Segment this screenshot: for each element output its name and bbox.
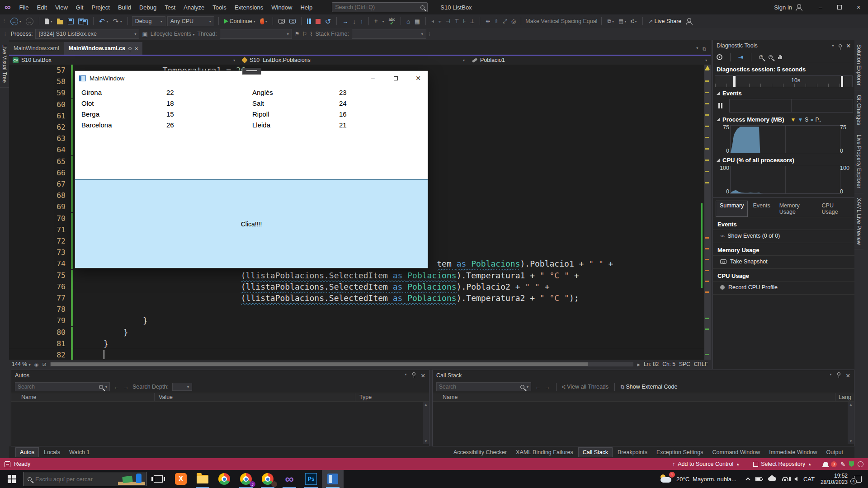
pause-events-icon[interactable] [718,103,722,108]
quick-search-field[interactable] [335,4,420,10]
undo-button[interactable]: ↶▾ [98,16,109,27]
zoom-in-icon[interactable] [759,55,763,59]
sidebar-tab-live-property-explorer[interactable]: Live Property Explorer [854,130,863,193]
app-maximize-button[interactable] [386,71,405,85]
save-all-button[interactable] [77,16,89,27]
health-indicator-icon[interactable] [849,461,854,467]
cpu-section-header[interactable]: CPU (% of all processors) [722,157,794,164]
vertical-spacing-icon[interactable]: ⇳ [493,16,500,27]
search-prev-icon[interactable]: ← [535,384,541,390]
list-item[interactable]: Girona22Anglès23 [75,87,428,98]
taskbar-photoshop-icon[interactable]: Ps [300,470,322,488]
menu-file[interactable]: File [15,0,33,14]
session-timeline[interactable]: 10s [715,75,853,87]
taskbar-xampp-icon[interactable]: X [170,470,192,488]
collapse-triangle-icon[interactable] [717,92,720,95]
stack-frame-dropdown[interactable]: ▾ [352,29,426,39]
flag-icon[interactable]: ⚑ [295,31,300,37]
diag-tab-events[interactable]: Events [749,201,774,217]
taskbar-search-input[interactable] [24,472,146,486]
tray-expand-icon[interactable] [745,478,750,482]
list-item[interactable]: Olot18Salt24 [75,98,428,109]
thread-dropdown[interactable]: ▾ [220,29,292,39]
hot-reload-button[interactable]: ▾ [259,16,269,27]
show-grid-button[interactable]: ▦ [413,16,421,27]
step-out-button[interactable]: ↑ [359,16,365,27]
search-depth-dropdown[interactable]: ▾ [172,383,192,391]
autos-scrollbar[interactable]: ▲▼ [423,402,429,444]
live-visual-tree-button[interactable]: ⌂ [405,16,411,27]
timeline-marker-end[interactable] [841,76,843,87]
notifications-bell-button[interactable]: 3 [823,461,837,467]
maximize-button[interactable] [830,0,849,14]
app-minimize-button[interactable]: – [363,71,382,85]
tab-mainwindow-xaml-cs[interactable]: MainWindow.xaml.cs× [64,42,143,55]
menu-debug[interactable]: Debug [135,0,160,14]
align-middles-button[interactable]: ⊦ [462,16,467,27]
pan-zoom-icon[interactable]: ◈ [34,361,38,368]
sync-status-icon[interactable] [858,461,863,467]
start-button[interactable] [0,470,24,488]
tab-call-stack[interactable]: Call Stack [578,447,613,457]
tab-xaml-binding-failures[interactable]: XAML Binding Failures [512,448,577,457]
close-icon[interactable]: ✕ [846,42,851,49]
continue-button[interactable]: Continue▾ [223,16,257,27]
menu-window[interactable]: Window [267,0,296,14]
float-dock-icon[interactable]: ⧉ [703,46,706,52]
break-all-button[interactable] [306,16,312,27]
app-window-mainwindow[interactable]: MainWindow – ✕ Girona22Anglès23 Olot18Sa… [75,70,428,268]
callstack-grid-body[interactable]: ▲▼ [433,402,854,444]
sidebar-tab-xaml-live-preview[interactable]: XAML Live Preview [854,193,863,250]
show-events-link[interactable]: »»Show Events (0 of 0) [713,230,854,243]
onedrive-icon[interactable] [768,477,776,481]
memory-section-header[interactable]: Process Memory (MB) [722,116,784,123]
keyboard-layout[interactable]: CAT [803,476,815,483]
sign-in-button[interactable]: Sign in [774,4,792,11]
redo-button[interactable]: ↷▾ [111,16,123,27]
clica-button[interactable]: Clica!!!! [75,179,428,268]
scroll-right-icon[interactable]: ▸ [637,361,640,368]
pin-icon[interactable] [837,372,840,375]
tab-watch-1[interactable]: Watch 1 [65,448,94,457]
wifi-icon[interactable] [782,477,788,481]
events-section-header[interactable]: Events [722,90,742,97]
list-item[interactable]: Berga15Ripoll16 [75,109,428,120]
tab-autos[interactable]: Autos [15,447,39,457]
select-repository-button[interactable]: Select Repository▲ [753,461,811,467]
close-button[interactable]: × [849,0,868,14]
view-all-threads-button[interactable]: ⑆ View all Threads [562,384,609,390]
search-highlight-art[interactable] [118,473,145,485]
breadcrumb-type-dropdown[interactable]: S10_ListBox.Poblacions▾ [239,56,468,65]
code-line-79[interactable]: 79 } [9,315,711,326]
sidebar-tab-live-visual-tree[interactable]: Live Visual Tree [0,40,9,88]
navigate-forward-button[interactable]: → [24,16,35,27]
search-next-icon[interactable]: → [544,384,550,390]
process-dropdown[interactable]: [3324] S10 ListBox.exe▾ [35,29,139,39]
menu-analyze[interactable]: Analyze [179,0,208,14]
autos-grid-body[interactable]: ▲▼ [11,402,429,444]
tab-list-dropdown-icon[interactable]: ▾ [696,46,698,52]
pin-icon[interactable] [128,47,132,50]
code-line-82[interactable]: 82 [9,349,711,360]
split-view-icon[interactable]: ⧄ [42,361,46,368]
eol-indicator[interactable]: CRLF [694,361,708,367]
tab-mainwindow-xaml[interactable]: MainWindow.xaml [9,42,64,55]
code-line-76[interactable]: 76 (llistaPoblacions.SelectedItem as Pob… [9,281,711,292]
export-icon[interactable]: ⇥ [738,54,743,61]
align-centers-button[interactable]: ⫟ [437,16,442,27]
xaml-debug-adorner[interactable] [242,68,261,75]
zoom-lens-icon[interactable]: ◎ [510,16,517,27]
autos-search-field[interactable] [18,384,97,390]
add-collaborator-button[interactable] [684,16,694,27]
step-into-button[interactable]: ↓ [351,16,357,27]
restart-button[interactable]: ↺ [324,16,332,27]
feedback-button[interactable]: ✎ [840,461,845,468]
pin-icon[interactable] [839,44,842,47]
more-debug-options-button[interactable]: ▾ [381,16,385,27]
code-line-81[interactable]: 81 } [9,338,711,349]
toolbar-overflow-grip[interactable]: ⁞ [429,32,431,37]
settings-gear-icon[interactable] [717,54,722,60]
editor-vertical-scrollbar[interactable] [704,65,711,360]
tab-locals[interactable]: Locals [40,448,64,457]
align-rights-button[interactable]: ⊣ [444,16,451,27]
